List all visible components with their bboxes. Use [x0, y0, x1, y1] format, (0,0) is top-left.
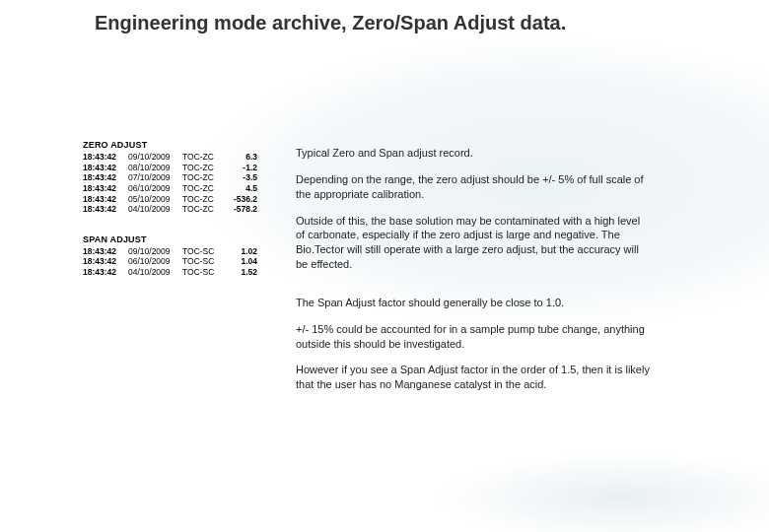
table-row: 18:43:42 04/10/2009 TOC-SC 1.52: [83, 267, 261, 278]
cell-time: 18:43:42: [83, 152, 128, 163]
cell-time: 18:43:42: [83, 163, 128, 173]
background-ellipse-small: [434, 453, 769, 532]
zero-adjust-table: 18:43:42 09/10/2009 TOC-ZC 6.3 18:43:42 …: [83, 152, 261, 215]
cell-code: TOC-SC: [182, 246, 222, 257]
paragraph: Outside of this, the base solution may b…: [296, 214, 651, 272]
cell-date: 04/10/2009: [128, 267, 182, 278]
cell-code: TOC-ZC: [182, 163, 222, 173]
paragraph: +/- 15% could be accounted for in a samp…: [296, 322, 651, 352]
cell-value: -1.2: [222, 163, 261, 173]
cell-value: -536.2: [222, 194, 261, 205]
data-panel: ZERO ADJUST 18:43:42 09/10/2009 TOC-ZC 6…: [83, 140, 275, 278]
table-row: 18:43:42 06/10/2009 TOC-SC 1.04: [83, 256, 261, 267]
cell-code: TOC-ZC: [182, 183, 222, 194]
cell-date: 08/10/2009: [128, 163, 182, 173]
table-row: 18:43:42 07/10/2009 TOC-ZC -3.5: [83, 172, 261, 183]
cell-time: 18:43:42: [83, 183, 128, 194]
cell-code: TOC-ZC: [182, 152, 222, 163]
cell-time: 18:43:42: [83, 204, 128, 215]
paragraph: Typical Zero and Span adjust record.: [296, 146, 651, 161]
cell-time: 18:43:42: [83, 246, 128, 257]
cell-date: 06/10/2009: [128, 256, 182, 267]
paragraph: Depending on the range, the zero adjust …: [296, 172, 651, 202]
cell-time: 18:43:42: [83, 172, 128, 183]
explanation-text: Typical Zero and Span adjust record. Dep…: [296, 146, 651, 404]
cell-value: -578.2: [222, 204, 261, 215]
table-row: 18:43:42 05/10/2009 TOC-ZC -536.2: [83, 194, 261, 205]
zero-adjust-heading: ZERO ADJUST: [83, 140, 275, 150]
cell-value: 1.52: [222, 267, 261, 278]
paragraph: The Span Adjust factor should generally …: [296, 296, 651, 310]
table-row: 18:43:42 09/10/2009 TOC-SC 1.02: [83, 246, 261, 257]
cell-date: 07/10/2009: [128, 172, 182, 183]
paragraph: However if you see a Span Adjust factor …: [296, 363, 651, 392]
table-row: 18:43:42 04/10/2009 TOC-ZC -578.2: [83, 204, 261, 215]
cell-value: 1.04: [222, 256, 261, 267]
table-row: 18:43:42 09/10/2009 TOC-ZC 6.3: [83, 152, 261, 163]
table-row: 18:43:42 06/10/2009 TOC-ZC 4.5: [83, 183, 261, 194]
cell-date: 04/10/2009: [128, 204, 182, 215]
page-title: Engineering mode archive, Zero/Span Adju…: [95, 12, 566, 34]
cell-value: 4.5: [222, 183, 261, 194]
span-adjust-table: 18:43:42 09/10/2009 TOC-SC 1.02 18:43:42…: [83, 246, 261, 278]
cell-date: 06/10/2009: [128, 183, 182, 194]
cell-code: TOC-SC: [182, 256, 222, 267]
span-adjust-heading: SPAN ADJUST: [83, 234, 275, 244]
cell-time: 18:43:42: [83, 194, 128, 205]
cell-code: TOC-SC: [182, 267, 222, 278]
cell-date: 09/10/2009: [128, 152, 182, 163]
cell-time: 18:43:42: [83, 256, 128, 267]
cell-code: TOC-ZC: [182, 172, 222, 183]
cell-date: 09/10/2009: [128, 246, 182, 257]
cell-code: TOC-ZC: [182, 204, 222, 215]
cell-value: -3.5: [222, 172, 261, 183]
cell-date: 05/10/2009: [128, 194, 182, 205]
cell-value: 1.02: [222, 246, 261, 257]
cell-time: 18:43:42: [83, 267, 128, 278]
table-row: 18:43:42 08/10/2009 TOC-ZC -1.2: [83, 163, 261, 173]
cell-code: TOC-ZC: [182, 194, 222, 205]
cell-value: 6.3: [222, 152, 261, 163]
